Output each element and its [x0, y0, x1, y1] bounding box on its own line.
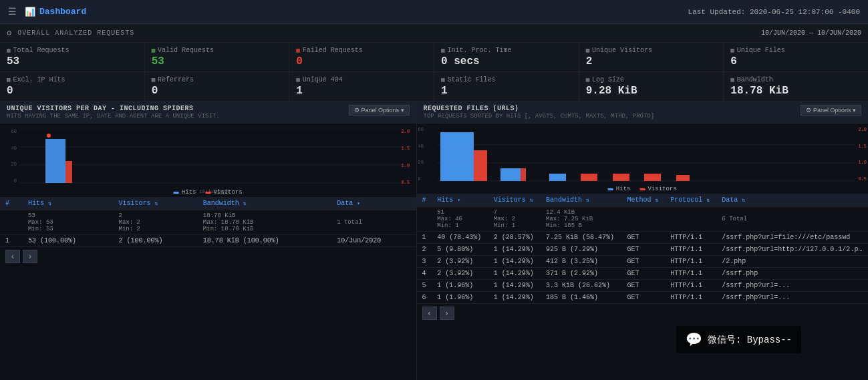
right-panel-title-group: REQUESTED FILES (URLS) TOP REQUESTS SORT…	[424, 105, 655, 120]
left-panel-title-group: UNIQUE VISITORS PER DAY - INCLUDING SPID…	[7, 105, 220, 120]
stats-row-1: ▦ Total Requests 53 ▦ Valid Requests 53 …	[0, 43, 868, 72]
stats-row-2: ▦ Excl. IP Hits 0 ▦ Referrers 0 ▦ Unique…	[0, 72, 868, 102]
svg-rect-11	[440, 132, 474, 181]
last-updated-label: Last Updated:	[688, 8, 746, 16]
stat-excl-ip-hits: ▦ Excl. IP Hits 0	[0, 72, 145, 101]
right-next-button[interactable]: ›	[440, 307, 454, 320]
stat-bandwidth: ▦ Bandwidth 18.78 KiB	[724, 72, 868, 101]
right-table-row: 1 40 (78.43%) 2 (28.57%) 7.25 KiB (58.47…	[417, 232, 868, 244]
right-col-bandwidth[interactable]: Bandwidth ⇅	[541, 194, 622, 207]
bar-icon-bandwidth: ▦	[730, 76, 734, 83]
right-col-visitors[interactable]: Visitors ⇅	[488, 194, 541, 207]
left-panel-subtitle: HITS HAVING THE SAME IP, DATE AND AGENT …	[7, 113, 220, 120]
stat-label-bandwidth: ▦ Bandwidth	[730, 76, 861, 83]
stat-value-failed: 0	[296, 55, 427, 67]
legend-visitors-dot	[205, 192, 210, 194]
bar-icon-failed: ▦	[296, 47, 299, 54]
svg-rect-16	[581, 174, 597, 181]
left-table-row: 1 53 (100.00%) 2 (100.00%) 18.78 KiB (10…	[0, 235, 416, 247]
left-table-header-row: # Hits ⇅ Visitors ⇅ Bandwidth ⇅ Data ▾	[0, 197, 416, 210]
right-col-hits[interactable]: Hits ▾	[432, 194, 488, 207]
stat-label-static: ▦ Static Files	[441, 76, 572, 83]
wechat-icon: 💬	[686, 331, 702, 348]
topbar: ☰ 📊 Dashboard Last Updated: 2020-06-25 1…	[0, 0, 868, 24]
right-chart-svg	[437, 127, 855, 182]
left-next-button[interactable]: ›	[23, 250, 37, 263]
stat-unique-files: ▦ Unique Files 6	[724, 43, 868, 71]
legend-hits-dot	[174, 192, 179, 194]
right-chart-y-labels: 60 40 20 0	[418, 127, 424, 182]
stat-failed-requests: ▦ Failed Requests 0	[289, 43, 434, 71]
stat-value-404: 1	[296, 85, 427, 97]
right-table-row: 3 2 (3.92%) 1 (14.29%) 412 B (3.25%) GET…	[417, 256, 868, 268]
left-panel-title: UNIQUE VISITORS PER DAY - INCLUDING SPID…	[7, 105, 220, 112]
stat-referrers: ▦ Referrers 0	[145, 72, 290, 101]
left-panel: UNIQUE VISITORS PER DAY - INCLUDING SPID…	[0, 102, 417, 380]
left-chart-visitor-labels: 2.0 1.5 1.0 0.5	[400, 129, 414, 185]
stat-valid-requests: ▦ Valid Requests 53	[145, 43, 290, 71]
legend-hits-dot-right	[608, 188, 613, 190]
legend-visitors-label: Visitors	[213, 189, 242, 196]
right-panel-title: REQUESTED FILES (URLS)	[424, 105, 655, 112]
brand: 📊 Dashboard	[25, 7, 86, 17]
stat-label-valid: ▦ Valid Requests	[152, 47, 283, 54]
left-panel-header: UNIQUE VISITORS PER DAY - INCLUDING SPID…	[0, 102, 416, 124]
stat-static-files: ▦ Static Files 1	[434, 72, 579, 101]
stat-label-excl: ▦ Excl. IP Hits	[7, 76, 138, 83]
bar-icon-visitors: ▦	[586, 47, 589, 54]
right-col-num[interactable]: #	[417, 194, 432, 207]
last-updated: Last Updated: 2020-06-25 12:07:06 -0400	[688, 8, 860, 16]
svg-rect-14	[521, 168, 526, 181]
right-col-data[interactable]: Data ⇅	[716, 194, 868, 207]
stat-label-failed: ▦ Failed Requests	[296, 47, 427, 54]
bar-icon-static: ▦	[441, 76, 444, 83]
svg-rect-4	[45, 139, 65, 183]
menu-icon[interactable]: ☰	[8, 6, 17, 17]
stat-value-excl: 0	[7, 85, 138, 97]
left-panel-options-button[interactable]: ⚙ Panel Options ▾	[349, 105, 410, 116]
bar-icon-404: ▦	[296, 76, 299, 83]
right-chart-area: 60 40 20 0	[417, 124, 868, 194]
date-range: 10/JUN/2020 — 10/JUN/2020	[761, 29, 861, 37]
left-summary-row: 53 Max: 53 Min: 53 2 Max: 2 Min: 2 18.78…	[0, 210, 416, 235]
left-chart-area: 60 40 20 0 10/Jun/2020	[0, 124, 416, 197]
legend-visitors-right: Visitors	[639, 186, 676, 192]
stat-label-files: ▦ Unique Files	[730, 47, 861, 54]
stat-log-size: ▦ Log Size 9.28 KiB	[579, 72, 724, 101]
stat-value-files: 6	[730, 55, 861, 67]
right-col-method[interactable]: Method ⇅	[622, 194, 666, 207]
stat-value-total: 53	[7, 55, 138, 67]
right-prev-button[interactable]: ‹	[422, 307, 437, 320]
right-table-header-row: # Hits ▾ Visitors ⇅ Bandwidth ⇅ Method ⇅…	[417, 194, 868, 207]
col-visitors[interactable]: Visitors ⇅	[113, 197, 197, 210]
right-col-protocol[interactable]: Protocol ⇅	[665, 194, 716, 207]
left-chart-svg	[19, 129, 411, 184]
left-data-table: # Hits ⇅ Visitors ⇅ Bandwidth ⇅ Data ▾ 5…	[0, 197, 416, 247]
svg-rect-19	[676, 175, 690, 181]
stat-label-proc: ▦ Init. Proc. Time	[441, 47, 572, 54]
col-num[interactable]: #	[0, 197, 23, 210]
legend-visitors: Visitors	[205, 189, 242, 196]
gear-icon[interactable]: ⚙	[7, 28, 12, 38]
right-panel-options-button[interactable]: ⚙ Panel Options ▾	[801, 105, 861, 116]
stat-label-logsize: ▦ Log Size	[586, 76, 717, 83]
legend-visitors-dot-right	[639, 188, 645, 190]
bar-icon-total: ▦	[7, 47, 10, 54]
stat-label-404: ▦ Unique 404	[296, 76, 427, 83]
col-data[interactable]: Data ▾	[331, 197, 416, 210]
bar-icon-proc: ▦	[441, 47, 444, 54]
stat-label-total: ▦ Total Requests	[7, 47, 138, 54]
left-prev-button[interactable]: ‹	[5, 250, 20, 263]
bar-icon-excl: ▦	[7, 76, 10, 83]
svg-rect-13	[500, 168, 521, 181]
bar-icon-referrers: ▦	[152, 76, 155, 83]
legend-hits: Hits	[174, 189, 196, 196]
stat-value-logsize: 9.28 KiB	[586, 85, 717, 97]
section-title: OVERALL ANALYZED REQUESTS	[17, 29, 134, 37]
stat-total-requests: ▦ Total Requests 53	[0, 43, 145, 71]
right-table-row: 2 5 (9.80%) 1 (14.29%) 925 B (7.29%) GET…	[417, 244, 868, 256]
right-table-row: 6 1 (1.96%) 1 (14.29%) 185 B (1.46%) GET…	[417, 292, 868, 304]
right-panel-subtitle: TOP REQUESTS SORTED BY HITS [, AVGTS, CU…	[424, 113, 655, 120]
col-bandwidth[interactable]: Bandwidth ⇅	[198, 197, 331, 210]
col-hits[interactable]: Hits ⇅	[23, 197, 114, 210]
